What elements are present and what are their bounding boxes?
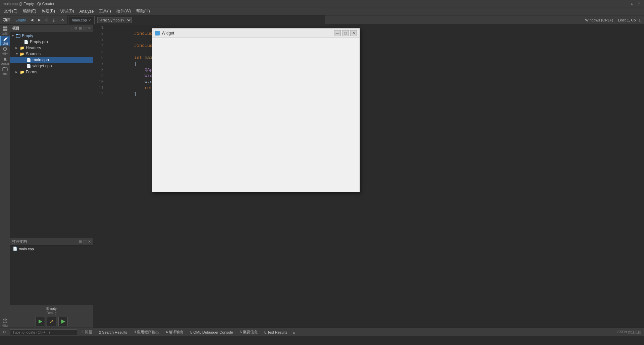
tree-arrow-headers: ▶ [15,46,19,50]
open-file-main-cpp[interactable]: 📄 main.cpp [10,246,93,252]
open-file-icon: 📄 [13,247,17,251]
svg-rect-1 [5,26,7,28]
toolbar-float[interactable]: ⬚ [51,17,58,23]
edit-label: 编辑 [3,42,8,46]
menu-build[interactable]: 构建(B) [39,8,58,15]
open-files-split-icon[interactable]: ⊞ [79,239,82,244]
cursor-position: Line: 1, Col: 1 [616,17,643,23]
svg-rect-14 [16,34,18,35]
menu-file[interactable]: 文件(E) [1,8,20,15]
line-ending-info: Windows (CRLF) [583,17,615,23]
tree-item-sources[interactable]: ▼ 📂 Sources [10,51,93,57]
line-num-10: 10 [95,79,104,85]
run-button[interactable] [36,317,45,326]
tree-label-widget-cpp: widget.cpp [33,64,52,68]
status-search[interactable]: 2 Search Results [97,330,129,334]
menu-help[interactable]: 帮助(H) [133,8,153,15]
close-button[interactable]: ✕ [637,1,641,6]
toolbar-back[interactable]: ◀ [29,17,35,23]
line-num-5: 5 [95,49,104,55]
status-test[interactable]: 8 Test Results [262,330,289,334]
line-num-1: 1 [95,25,104,31]
status-compile[interactable]: 4 编译输出 [164,330,185,335]
widget-minimize-button[interactable]: — [334,30,341,36]
tree-icon-empty [15,33,21,39]
welcome-label: 欢迎 [2,32,8,36]
svg-rect-17 [61,321,65,322]
panel-header-icons: ↕ ⚙ ⊞ ⬚ ✕ [71,26,91,30]
open-files-float-icon[interactable]: ⬚ [83,239,87,244]
tab-main-cpp[interactable]: main.cpp ✕ [68,16,95,24]
sidebar-icon-help[interactable]: ? 帮助 [0,318,10,328]
toolbar-split[interactable]: ⊞ [43,17,50,23]
line-num-2: 2 [95,31,104,37]
project-panel-title: 项目 [12,26,19,31]
build-button[interactable] [47,317,56,326]
menu-edit[interactable]: 编辑(E) [20,8,39,15]
minimize-button[interactable]: — [623,1,628,6]
panel-sync-icon[interactable]: ↕ [71,26,73,30]
line-numbers: 1 2 3 4 5 6 7 8 9 10 11 12 [93,25,105,328]
tree-item-empty[interactable]: ▼ Empty [10,33,93,39]
tree-label-forms: Forms [26,70,37,74]
menu-bar: 文件(E) 编辑(E) 构建(B) 调试(D) Analyze 工具(I) 控件… [0,7,644,15]
svg-text:?: ? [4,319,6,323]
title-bar: main.cpp @ Empty - Qt Creator — □ ✕ [0,0,644,7]
open-files-close-icon[interactable]: ✕ [88,239,91,244]
maximize-button[interactable]: □ [630,1,635,6]
tree-icon-empty-pro: 📄 [23,39,29,45]
status-expand-icon[interactable]: ▲ [292,330,296,334]
open-files-panel: 打开文档 ⊞ ⬚ ✕ 📄 main.cpp [10,238,93,305]
locate-input[interactable] [10,329,77,335]
line-num-12: 12 [95,91,104,97]
status-issues[interactable]: 1 问题 [80,330,94,335]
open-files-list: 📄 main.cpp [10,246,93,305]
toolbar-forward[interactable]: ▶ [36,17,43,23]
code-token: int [134,55,142,60]
tree-item-forms[interactable]: ▶ 📁 Forms [10,69,93,75]
menu-analyze[interactable]: Analyze [77,8,97,14]
widget-title: Widget [155,31,174,36]
menu-controls[interactable]: 控件(W) [114,8,133,15]
tree-item-headers[interactable]: ▶ 📁 Headers [10,45,93,51]
sidebar-icon-project[interactable]: 项目 [0,66,10,76]
panel-close-icon[interactable]: ✕ [88,26,91,30]
open-file-label: main.cpp [19,247,34,251]
tree-label-sources: Sources [26,52,41,56]
tree-label-empty-pro: Empty.pro [30,40,48,44]
tab-close-icon[interactable]: ✕ [88,18,91,22]
menu-debug[interactable]: 调试(D) [58,8,77,15]
svg-rect-0 [3,26,5,28]
svg-rect-3 [5,29,7,31]
sidebar-icon-welcome[interactable]: 欢迎 [0,26,10,36]
status-qml[interactable]: 5 QML Debugger Console [188,330,235,334]
tab-bar: main.cpp ✕ <No Symbols> [67,15,325,25]
panel-split-icon[interactable]: ⊞ [79,26,82,30]
status-config-icon[interactable]: ⚙ [3,330,6,334]
tree-item-main-cpp[interactable]: 📄 main.cpp [10,57,93,63]
tree-item-widget-cpp[interactable]: 📄 widget.cpp [10,63,93,69]
design-label: 设计 [2,52,8,56]
debug-run-button[interactable] [58,317,68,326]
widget-title-icon [155,31,160,36]
code-token: } [134,91,137,96]
sidebar-icon-debug[interactable]: Debug [0,56,10,66]
status-overview[interactable]: 6 概要信息 [238,330,260,335]
toolbar: 项目 Empty ◀ ▶ ⊞ ⬚ ✕ main.cpp ✕ <No Symbol… [0,15,644,25]
toolbar-close[interactable]: ✕ [59,17,66,23]
panel-settings-icon[interactable]: ⚙ [74,26,77,30]
project-label-icon: 项目 [2,72,8,76]
line-num-9: 9 [95,73,104,79]
sidebar-icon-design[interactable]: 设计 [0,46,10,56]
menu-tools[interactable]: 工具(I) [96,8,113,15]
app-title: main.cpp @ Empty - Qt Creator [3,2,623,6]
line-num-11: 11 [95,85,104,91]
widget-close-button[interactable]: ✕ [350,30,357,36]
widget-maximize-button[interactable]: □ [342,30,349,36]
tree-item-empty-pro[interactable]: 📄 Empty.pro [10,39,93,45]
sidebar-icon-edit[interactable]: 编辑 [0,36,10,46]
panel-float-icon[interactable]: ⬚ [83,26,87,30]
tree-label-empty: Empty [22,33,33,38]
symbols-dropdown[interactable]: <No Symbols> [97,17,132,23]
status-app-output[interactable]: 3 应用程序输出 [132,330,161,335]
